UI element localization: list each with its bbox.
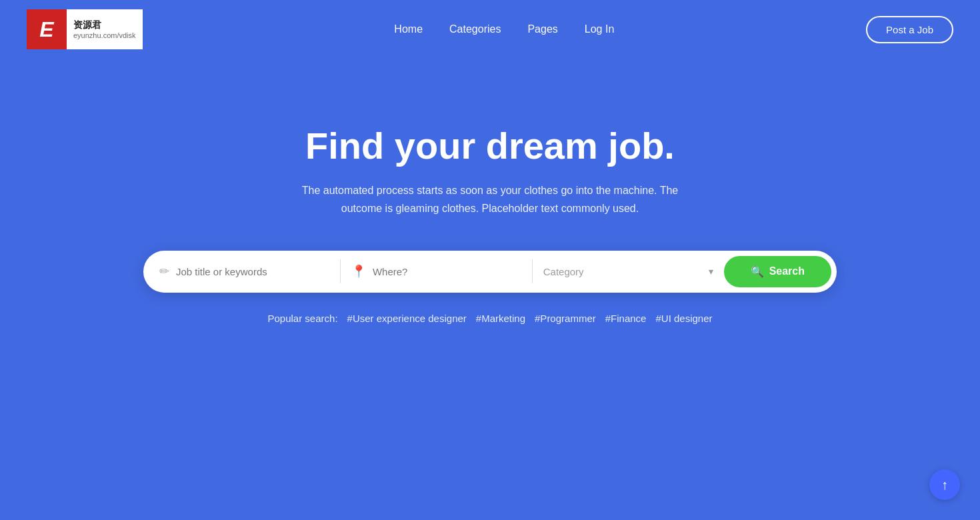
search-icon: 🔍	[751, 265, 764, 278]
popular-tag-0[interactable]: #User experience designer	[347, 313, 467, 324]
popular-tag-1[interactable]: #Marketing	[476, 313, 525, 324]
logo-chinese: 资源君	[73, 19, 136, 31]
location-input[interactable]	[373, 266, 521, 277]
popular-tag-3[interactable]: #Finance	[605, 313, 647, 324]
nav-home[interactable]: Home	[394, 23, 423, 35]
popular-tag-4[interactable]: #UI designer	[655, 313, 712, 324]
hero-section: Find your dream job. The automated proce…	[0, 59, 980, 324]
chevron-down-icon: ▾	[709, 266, 713, 277]
search-button[interactable]: 🔍 Search	[724, 256, 831, 287]
hero-title: Find your dream job.	[305, 125, 675, 167]
pencil-icon: ✏	[159, 264, 169, 279]
logo[interactable]: E 资源君 eyunzhu.com/vdisk	[27, 9, 143, 49]
keyword-input[interactable]	[176, 266, 329, 277]
category-label: Category	[543, 266, 702, 277]
nav-login[interactable]: Log In	[585, 23, 614, 35]
search-bar: ✏ 📍 Category ▾ 🔍 Search	[143, 251, 837, 293]
popular-tag-2[interactable]: #Programmer	[535, 313, 596, 324]
navbar: E 资源君 eyunzhu.com/vdisk Home Categories …	[0, 0, 980, 59]
logo-text-box: 资源君 eyunzhu.com/vdisk	[67, 9, 143, 49]
search-button-label: Search	[769, 265, 805, 277]
logo-letter: E	[27, 9, 67, 49]
category-dropdown[interactable]: Category ▾	[533, 262, 724, 281]
location-field: 📍	[341, 260, 532, 283]
scroll-top-button[interactable]: ↑	[929, 469, 960, 500]
post-job-button[interactable]: Post a Job	[866, 16, 953, 43]
location-icon: 📍	[351, 264, 366, 279]
popular-searches: Popular search: #User experience designe…	[267, 313, 712, 324]
nav-pages[interactable]: Pages	[527, 23, 557, 35]
nav-links: Home Categories Pages Log In	[394, 23, 614, 35]
arrow-up-icon: ↑	[941, 477, 948, 493]
keyword-field: ✏	[149, 260, 340, 283]
popular-label: Popular search:	[267, 313, 337, 324]
hero-subtitle: The automated process starts as soon as …	[290, 181, 690, 217]
logo-url: eyunzhu.com/vdisk	[73, 31, 136, 40]
nav-categories[interactable]: Categories	[449, 23, 501, 35]
